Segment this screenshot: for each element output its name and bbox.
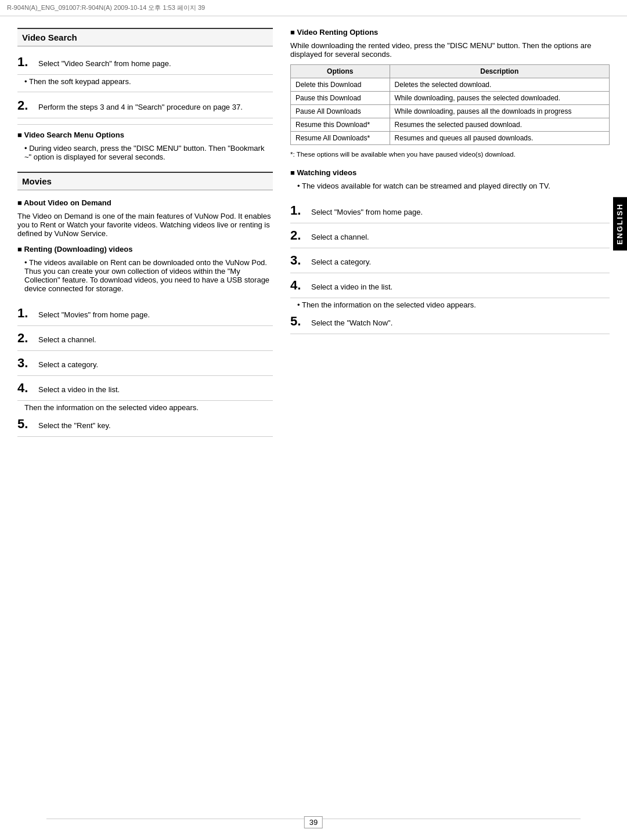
movies-step5: 5. Select the "Rent" key. [17,417,273,437]
video-search-section: Video Search 1. Select "Video Search" fr… [17,28,273,161]
table-row: Pause this DownloadWhile downloading, pa… [291,92,610,105]
renting-bullet: The videos available on Rent can be down… [17,258,273,293]
movies-section: Movies About Video on Demand The Video o… [17,172,273,437]
movies-title: Movies [17,172,273,190]
watching-step4-number: 4. [290,278,311,293]
step-2-video-search: 2. Perform the steps 3 and 4 in "Search"… [17,98,273,118]
movies-step2-number: 2. [17,331,38,346]
table-row: Resume this Download*Resumes the selecte… [291,118,610,132]
step-2-text: Perform the steps 3 and 4 in "Search" pr… [38,103,243,111]
watching-step2-number: 2. [290,228,311,243]
watching-title: Watching videos [290,168,610,177]
table-row: Pause All DownloadsWhile downloading, pa… [291,105,610,118]
table-cell-option: Resume All Downloads* [291,132,390,145]
table-cell-description: Deletes the selected download. [390,78,609,92]
table-row: Resume All Downloads*Resumes and queues … [291,132,610,145]
watching-bullet: The videos available for watch can be st… [290,182,610,190]
watching-step5-text: Select the "Watch Now". [311,318,392,327]
table-row: Delete this DownloadDeletes the selected… [291,78,610,92]
page-header: R-904N(A)_ENG_091007:R-904N(A) 2009-10-1… [0,0,627,16]
movies-step5-number: 5. [17,417,38,432]
watching-step1-number: 1. [290,203,311,218]
watching-step2-text: Select a channel. [311,233,369,241]
watching-step5: 5. Select the "Watch Now". [290,314,610,334]
video-search-bullet1: Then the soft keypad appears. [17,77,273,86]
watching-step3-number: 3. [290,253,311,268]
table-cell-option: Resume this Download* [291,118,390,132]
video-search-menu-bullet: During video search, press the "DISC MEN… [17,144,273,161]
about-vod-title: About Video on Demand [17,198,273,207]
watching-step4-text: Select a video in the list. [311,283,392,291]
movies-step3-number: 3. [17,356,38,371]
video-search-title: Video Search [17,28,273,46]
video-renting-intro: While downloading the rented video, pres… [290,41,610,59]
table-cell-description: Resumes and queues all paused downloads. [390,132,609,145]
video-renting-section: Video Renting Options While downloading … [290,28,610,158]
step-1-text: Select "Video Search" from home page. [38,59,171,68]
watching-step3: 3. Select a category. [290,253,610,273]
movies-note: Then the information on the selected vid… [17,403,273,412]
watching-section: Watching videos The videos available for… [290,168,610,334]
table-footnote: *: These options will be available when … [290,151,610,158]
watching-step3-text: Select a category. [311,258,371,266]
watching-step4: 4. Select a video in the list. [290,278,610,298]
watching-note: Then the information on the selected vid… [290,300,610,309]
movies-step4: 4. Select a video in the list. [17,381,273,401]
divider2 [17,124,273,125]
options-table: Options Description Delete this Download… [290,64,610,145]
watching-step1-text: Select "Movies" from home page. [311,208,423,216]
table-cell-description: Resumes the selected paused download. [390,118,609,132]
movies-step5-text: Select the "Rent" key. [38,421,111,430]
right-column: Video Renting Options While downloading … [290,28,610,827]
video-search-menu-title: Video Search Menu Options [17,131,273,139]
step-1-video-search: 1. Select "Video Search" from home page. [17,55,273,75]
watching-step5-number: 5. [290,314,311,329]
english-tab: ENGLISH [613,197,627,251]
movies-step3: 3. Select a category. [17,356,273,376]
step-2-number: 2. [17,98,38,113]
page-number: 39 [304,816,323,828]
about-vod-text: The Video on Demand is one of the main f… [17,212,273,238]
table-header-description: Description [390,65,609,78]
movies-step1-text: Select "Movies" from home page. [38,310,150,319]
left-column: Video Search 1. Select "Video Search" fr… [17,28,273,827]
movies-step1-number: 1. [17,306,38,321]
movies-step2-text: Select a channel. [38,335,96,344]
table-cell-option: Pause All Downloads [291,105,390,118]
movies-step2: 2. Select a channel. [17,331,273,351]
watching-step1: 1. Select "Movies" from home page. [290,203,610,223]
movies-step3-text: Select a category. [38,360,98,369]
step-1-number: 1. [17,55,38,70]
video-renting-title: Video Renting Options [290,28,610,37]
divider1 [17,92,273,92]
table-cell-description: While downloading, pauses the selected d… [390,92,609,105]
table-cell-description: While downloading, pauses all the downlo… [390,105,609,118]
movies-step4-number: 4. [17,381,38,396]
movies-step1: 1. Select "Movies" from home page. [17,306,273,326]
watching-step2: 2. Select a channel. [290,228,610,248]
renting-title: Renting (Downloading) videos [17,245,273,254]
movies-step4-text: Select a video in the list. [38,385,120,394]
table-cell-option: Pause this Download [291,92,390,105]
header-text: R-904N(A)_ENG_091007:R-904N(A) 2009-10-1… [7,4,205,11]
table-header-options: Options [291,65,390,78]
table-cell-option: Delete this Download [291,78,390,92]
